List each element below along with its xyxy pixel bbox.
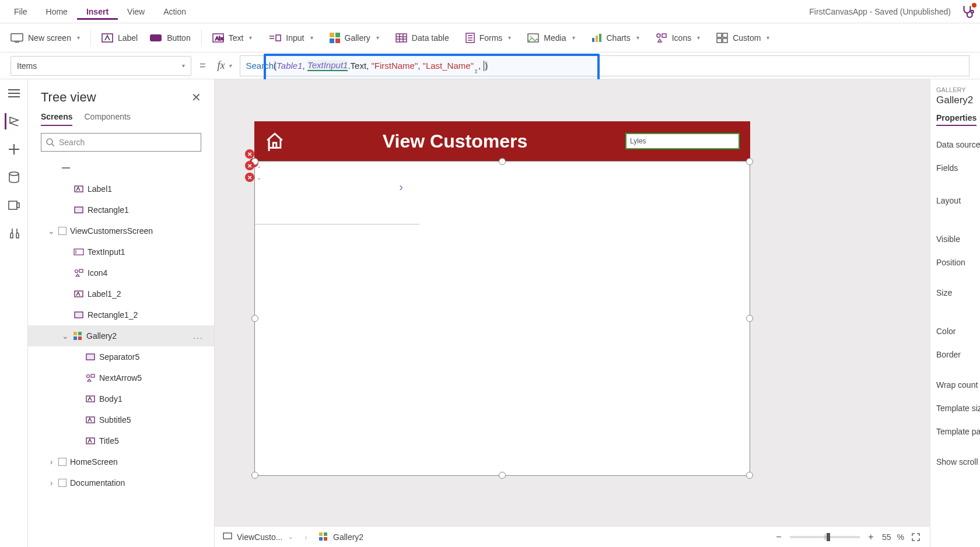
tree-item-rectangle1-2[interactable]: Rectangle1_2 [28, 304, 214, 325]
formula-bar: Items ▾ = fx▾ Search(Table1, TextInput1.… [0, 52, 980, 79]
tab-properties[interactable]: Properties [936, 113, 977, 126]
zoom-out-button[interactable]: − [774, 532, 784, 542]
prop-template-size[interactable]: Template siz [936, 404, 974, 413]
home-icon[interactable] [265, 131, 285, 151]
menu-action[interactable]: Action [154, 3, 195, 20]
rail-data-icon[interactable] [6, 169, 22, 185]
tree-item-body1[interactable]: Body1 [28, 388, 214, 409]
gallery-template-card[interactable]: › [255, 162, 419, 225]
error-icon[interactable]: ✕ [245, 149, 254, 159]
tree-item-nextarrow5[interactable]: NextArrow5 [28, 367, 214, 388]
error-stack: ✕ ✕⌄ ✕⌄ [245, 149, 261, 182]
formula-input[interactable]: Search(Table1, TextInput1.Text, "FirstNa… [240, 55, 970, 76]
tree-collapse[interactable] [28, 157, 214, 178]
forms-button[interactable]: Forms▾ [460, 29, 517, 47]
zoom-slider[interactable] [790, 536, 860, 538]
tree-view-panel: Tree view ✕ Screens Components Search La… [28, 79, 215, 547]
tab-screens[interactable]: Screens [41, 112, 72, 126]
tok-tail: .Text [348, 61, 366, 71]
tree-item-title5[interactable]: Title5 [28, 430, 214, 451]
prop-template-padding[interactable]: Template pa [936, 427, 974, 436]
breadcrumb-control[interactable]: Gallery2 [319, 532, 363, 542]
rail-tree-icon[interactable] [5, 113, 21, 129]
data-table-button[interactable]: Data table [390, 30, 455, 46]
tree-body[interactable]: Label1 Rectangle1 ⌄ViewCustomersScreen T… [28, 155, 214, 547]
new-screen-button[interactable]: New screen ▾ [5, 29, 86, 47]
zoom-in-button[interactable]: + [866, 532, 876, 542]
close-icon[interactable]: ✕ [191, 90, 201, 104]
svg-point-0 [971, 10, 973, 12]
text-button[interactable]: Abc Text▾ [206, 30, 258, 46]
rail-tools-icon[interactable] [6, 225, 22, 241]
fit-to-screen-icon[interactable] [910, 531, 922, 543]
chevron-down-icon: ▾ [636, 34, 639, 41]
menu-home[interactable]: Home [37, 3, 77, 20]
error-icon[interactable]: ✕ [245, 161, 254, 170]
more-icon[interactable]: ... [193, 331, 204, 341]
breadcrumb-label: Gallery2 [333, 532, 363, 542]
menu-view[interactable]: View [118, 3, 154, 20]
app-checker-icon[interactable] [960, 4, 975, 19]
zoom-value: 55 [882, 532, 891, 542]
error-icon[interactable]: ✕ [245, 173, 254, 182]
prop-data-source[interactable]: Data source [936, 140, 974, 149]
zoom-control: − + 55 % [774, 531, 922, 543]
property-selector[interactable]: Items ▾ [10, 56, 191, 76]
tok-str1: "FirstName" [371, 61, 418, 71]
prop-fields[interactable]: Fields [936, 163, 974, 173]
tree-item-documentation[interactable]: ›Documentation [28, 472, 214, 493]
gallery-button[interactable]: Gallery▾ [324, 29, 385, 47]
tree-item-label1-2[interactable]: Label1_2 [28, 283, 214, 304]
prop-visible[interactable]: Visible [936, 234, 974, 244]
media-button[interactable]: Media▾ [522, 30, 580, 46]
tree-item-textinput1[interactable]: TextInput1 [28, 241, 214, 262]
breadcrumb-screen[interactable]: ViewCusto... ⌄ [223, 532, 293, 542]
chevron-right-icon[interactable]: › [399, 180, 403, 194]
prop-color[interactable]: Color [936, 327, 974, 336]
tree-item-rectangle1[interactable]: Rectangle1 [28, 199, 214, 220]
tree-item-homescreen[interactable]: ›HomeScreen [28, 451, 214, 472]
error-badge [972, 3, 977, 8]
chevron-down-icon[interactable]: ⌄ [257, 174, 261, 181]
input-button[interactable]: Input▾ [262, 30, 318, 46]
prop-wrap-count[interactable]: Wrap count [936, 380, 974, 390]
svg-point-28 [657, 34, 660, 37]
label-button[interactable]: Label [96, 30, 144, 46]
app-title: FirstCanvasApp - Saved (Unpublished) [809, 7, 951, 16]
prop-show-scrollbar[interactable]: Show scroll [936, 457, 974, 467]
rail-media-icon[interactable] [6, 197, 22, 213]
fx-icon[interactable]: fx▾ [214, 59, 235, 72]
tab-components[interactable]: Components [84, 112, 130, 126]
tree-item-viewcustomersscreen[interactable]: ⌄ViewCustomersScreen [28, 220, 214, 241]
tree-search-input[interactable]: Search [41, 133, 201, 152]
gallery-label: Gallery [345, 33, 370, 43]
rail-hamburger-icon[interactable] [6, 85, 22, 101]
custom-button[interactable]: Custom▾ [710, 29, 775, 47]
charts-button[interactable]: Charts▾ [586, 30, 645, 46]
menu-file[interactable]: File [5, 3, 37, 20]
tree-label: Body1 [99, 394, 123, 404]
svg-line-43 [52, 144, 54, 146]
prop-position[interactable]: Position [936, 258, 974, 267]
button-button[interactable]: Button [144, 30, 196, 46]
tok-sep: , [303, 61, 307, 71]
rail-add-icon[interactable] [6, 141, 22, 157]
selected-gallery[interactable]: ✕ › [254, 161, 750, 476]
app-header-title: View Customers [285, 131, 625, 152]
zoom-unit: % [897, 532, 904, 542]
prop-size[interactable]: Size [936, 288, 974, 297]
icons-button[interactable]: Icons▾ [650, 29, 706, 47]
caret [484, 61, 484, 71]
tree-item-separator5[interactable]: Separator5 [28, 346, 214, 367]
tree-item-icon4[interactable]: Icon4 [28, 262, 214, 283]
tree-item-label1[interactable]: Label1 [28, 178, 214, 199]
tree-item-gallery2[interactable]: ⌄Gallery2... [28, 325, 214, 346]
app-search-input[interactable]: Lyles [625, 133, 740, 149]
prop-layout[interactable]: Layout [936, 196, 974, 205]
tree-item-subtitle5[interactable]: Subtitle5 [28, 409, 214, 430]
menu-insert[interactable]: Insert [77, 3, 118, 20]
prop-border[interactable]: Border [936, 350, 974, 359]
chevron-down-icon[interactable]: ⌄ [257, 163, 261, 169]
canvas-viewport[interactable]: View Customers Lyles ✕ › ✕ [215, 79, 930, 526]
search-placeholder: Search [59, 138, 85, 147]
